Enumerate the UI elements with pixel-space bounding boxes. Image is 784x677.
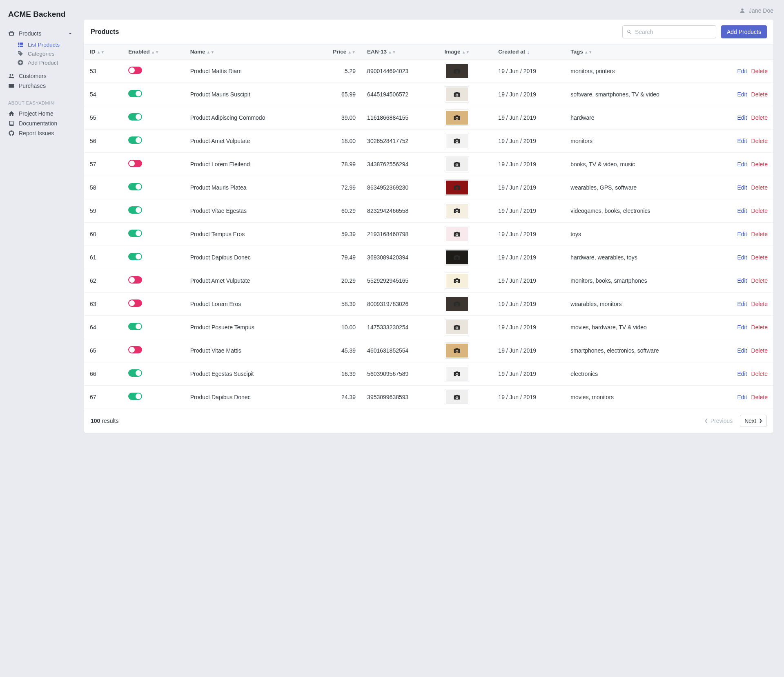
edit-link[interactable]: Edit (737, 254, 747, 261)
col-name[interactable]: Name▲▼ (185, 45, 311, 60)
edit-link[interactable]: Edit (737, 394, 747, 400)
delete-link[interactable]: Delete (751, 208, 768, 214)
col-price[interactable]: Price▲▼ (311, 45, 361, 60)
toggle-enabled[interactable] (128, 90, 142, 97)
toggle-enabled[interactable] (128, 346, 142, 353)
edit-link[interactable]: Edit (737, 91, 747, 98)
nav-documentation[interactable]: Documentation (8, 118, 74, 128)
product-thumb[interactable] (445, 109, 469, 126)
edit-link[interactable]: Edit (737, 68, 747, 74)
nav-categories[interactable]: Categories (17, 49, 74, 58)
product-thumb[interactable] (445, 249, 469, 266)
cell-created: 19 / Jun / 2019 (492, 222, 565, 246)
product-thumb[interactable] (445, 63, 469, 79)
table-row: 64Product Posuere Tempus10.0014753332302… (84, 315, 773, 339)
table-row: 56Product Amet Vulputate18.0030265284177… (84, 129, 773, 152)
nav-purchases[interactable]: Purchases (8, 81, 74, 91)
edit-link[interactable]: Edit (737, 208, 747, 214)
cell-price: 24.39 (311, 385, 361, 409)
nav-add-product[interactable]: Add Product (17, 58, 74, 67)
cell-created: 19 / Jun / 2019 (492, 339, 565, 362)
plus-circle-icon (17, 59, 24, 66)
toggle-enabled[interactable] (128, 369, 142, 377)
product-thumb[interactable] (445, 296, 469, 312)
nav-list-products[interactable]: List Products (17, 40, 74, 49)
delete-link[interactable]: Delete (751, 324, 768, 331)
col-created[interactable]: Created at↓ (492, 45, 565, 60)
edit-link[interactable]: Edit (737, 371, 747, 377)
cell-ean: 1161866884155 (361, 106, 439, 129)
product-thumb[interactable] (445, 366, 469, 382)
pager-next[interactable]: Next ❯ (740, 415, 767, 427)
delete-link[interactable]: Delete (751, 231, 768, 237)
nav-customers[interactable]: Customers (8, 71, 74, 81)
col-id[interactable]: ID▲▼ (84, 45, 122, 60)
nav-report-issues[interactable]: Report Issues (8, 128, 74, 138)
edit-link[interactable]: Edit (737, 161, 747, 168)
github-icon (8, 130, 15, 136)
pager-previous[interactable]: ❮ Previous (700, 415, 737, 427)
toggle-enabled[interactable] (128, 113, 142, 121)
delete-link[interactable]: Delete (751, 114, 768, 121)
cell-created: 19 / Jun / 2019 (492, 129, 565, 152)
toggle-enabled[interactable] (128, 136, 142, 144)
edit-link[interactable]: Edit (737, 138, 747, 144)
cell-price: 18.00 (311, 129, 361, 152)
cell-tags: movies, monitors (565, 385, 712, 409)
toggle-enabled[interactable] (128, 299, 142, 307)
toggle-enabled[interactable] (128, 323, 142, 330)
product-thumb[interactable] (445, 86, 469, 103)
delete-link[interactable]: Delete (751, 184, 768, 191)
delete-link[interactable]: Delete (751, 301, 768, 307)
delete-link[interactable]: Delete (751, 371, 768, 377)
product-thumb[interactable] (445, 342, 469, 359)
delete-link[interactable]: Delete (751, 277, 768, 284)
cell-enabled (122, 339, 185, 362)
delete-link[interactable]: Delete (751, 254, 768, 261)
product-thumb[interactable] (445, 226, 469, 242)
edit-link[interactable]: Edit (737, 301, 747, 307)
cell-name: Product Mauris Platea (185, 176, 311, 199)
user-menu[interactable]: Jane Doe (739, 7, 773, 14)
cell-created: 19 / Jun / 2019 (492, 59, 565, 83)
edit-link[interactable]: Edit (737, 324, 747, 331)
col-tags[interactable]: Tags▲▼ (565, 45, 712, 60)
product-thumb[interactable] (445, 389, 469, 405)
toggle-enabled[interactable] (128, 253, 142, 260)
product-thumb[interactable] (445, 156, 469, 172)
product-thumb[interactable] (445, 319, 469, 335)
nav-products[interactable]: Products (8, 29, 74, 38)
toggle-enabled[interactable] (128, 160, 142, 167)
col-enabled[interactable]: Enabled▲▼ (122, 45, 185, 60)
nav-project-home[interactable]: Project Home (8, 109, 74, 118)
edit-link[interactable]: Edit (737, 114, 747, 121)
toggle-enabled[interactable] (128, 230, 142, 237)
edit-link[interactable]: Edit (737, 347, 747, 354)
cell-enabled (122, 129, 185, 152)
delete-link[interactable]: Delete (751, 394, 768, 400)
add-products-button[interactable]: Add Products (721, 25, 767, 38)
delete-link[interactable]: Delete (751, 161, 768, 168)
cell-created: 19 / Jun / 2019 (492, 362, 565, 385)
delete-link[interactable]: Delete (751, 91, 768, 98)
table-row: 54Product Mauris Suscipit65.996445194506… (84, 83, 773, 106)
cell-tags: hardware (565, 106, 712, 129)
product-thumb[interactable] (445, 273, 469, 289)
col-image[interactable]: Image▲▼ (439, 45, 493, 60)
search-input[interactable] (622, 25, 716, 38)
delete-link[interactable]: Delete (751, 347, 768, 354)
col-ean[interactable]: EAN-13▲▼ (361, 45, 439, 60)
edit-link[interactable]: Edit (737, 184, 747, 191)
edit-link[interactable]: Edit (737, 277, 747, 284)
toggle-enabled[interactable] (128, 276, 142, 284)
delete-link[interactable]: Delete (751, 68, 768, 74)
toggle-enabled[interactable] (128, 183, 142, 190)
delete-link[interactable]: Delete (751, 138, 768, 144)
toggle-enabled[interactable] (128, 67, 142, 74)
product-thumb[interactable] (445, 203, 469, 219)
edit-link[interactable]: Edit (737, 231, 747, 237)
product-thumb[interactable] (445, 179, 469, 196)
toggle-enabled[interactable] (128, 393, 142, 400)
product-thumb[interactable] (445, 133, 469, 149)
toggle-enabled[interactable] (128, 206, 142, 214)
